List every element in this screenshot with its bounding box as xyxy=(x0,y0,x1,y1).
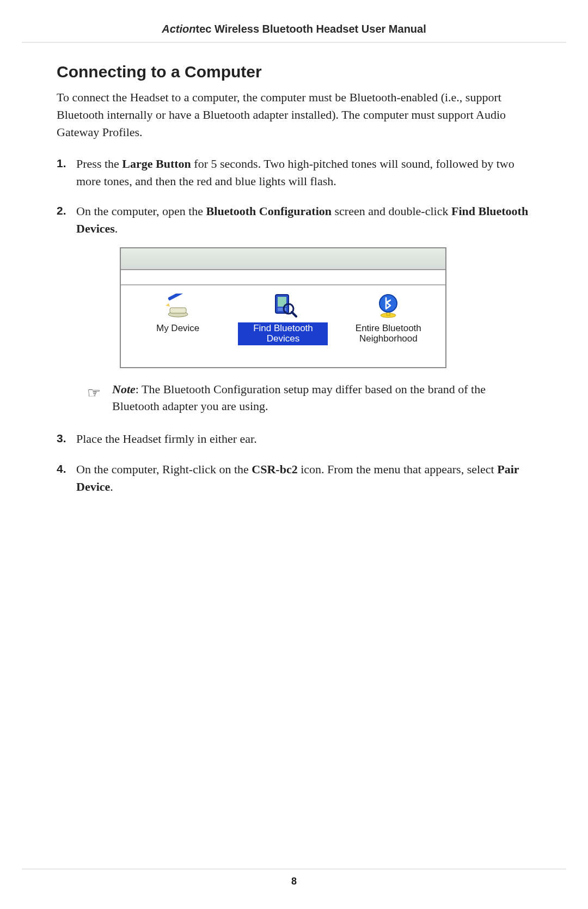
step-3: 3. Place the Headset firmly in either ea… xyxy=(76,430,536,448)
device-pen-icon xyxy=(163,292,193,319)
step-text-mid: screen and double-click xyxy=(332,204,451,218)
step-number: 2. xyxy=(57,203,66,219)
window-addressbar xyxy=(121,270,445,285)
header-title-rest: Wireless Bluetooth Headset User Manual xyxy=(211,23,426,35)
bluetooth-config-window: My Device Find Bluetooth xyxy=(120,247,446,368)
item-label: My Device xyxy=(154,322,201,335)
svg-rect-6 xyxy=(278,308,286,311)
window-body: My Device Find Bluetooth xyxy=(121,285,445,367)
note-label: Note xyxy=(112,382,136,396)
steps-list: 1. Press the Large Button for 5 seconds.… xyxy=(57,155,536,496)
step-4: 4. On the computer, Right-click on the C… xyxy=(76,461,536,496)
step-2: 2. On the computer, open the Bluetooth C… xyxy=(76,203,536,414)
step-text-pre: Press the xyxy=(76,157,122,170)
my-device-item[interactable]: My Device xyxy=(133,292,223,335)
page-number: 8 xyxy=(0,876,588,887)
note-text: Note: The Bluetooth Configuration setup … xyxy=(112,381,536,415)
step-number: 1. xyxy=(57,155,66,172)
brand-suffix: tec xyxy=(195,23,211,35)
step-bold: CSR-bc2 xyxy=(252,462,297,476)
step-text-pre: On the computer, open the xyxy=(76,204,206,218)
brand-italic: Action xyxy=(162,23,195,35)
bluetooth-globe-icon xyxy=(373,292,403,319)
item-label: Entire Bluetooth Neighborhood xyxy=(344,322,433,345)
entire-bluetooth-neighborhood-item[interactable]: Entire Bluetooth Neighborhood xyxy=(344,292,433,345)
svg-rect-2 xyxy=(168,294,183,301)
svg-marker-3 xyxy=(166,303,170,307)
pda-magnifier-icon xyxy=(268,292,298,319)
page-header: Actiontec Wireless Bluetooth Headset Use… xyxy=(0,0,588,42)
svg-line-8 xyxy=(292,312,296,316)
find-bluetooth-devices-item[interactable]: Find Bluetooth Devices xyxy=(238,292,328,345)
svg-rect-1 xyxy=(170,308,186,313)
content-area: Connecting to a Computer To connect the … xyxy=(0,63,588,496)
step-text-pre: On the computer, Right-click on the xyxy=(76,462,252,476)
pointing-hand-icon: ☞ xyxy=(87,382,112,404)
window-toolbar xyxy=(121,248,445,270)
step-1: 1. Press the Large Button for 5 seconds.… xyxy=(76,155,536,190)
note-block: ☞ Note: The Bluetooth Configuration setu… xyxy=(87,381,536,415)
step-number: 3. xyxy=(57,430,66,447)
step-text-post: . xyxy=(115,222,118,235)
step-text: Place the Headset firmly in either ear. xyxy=(76,432,257,446)
step-text-mid: icon. From the menu that appears, select xyxy=(298,462,498,476)
step-bold: Large Button xyxy=(122,157,191,170)
item-label: Find Bluetooth Devices xyxy=(238,322,328,345)
step-number: 4. xyxy=(57,461,66,477)
step-bold: Bluetooth Configuration xyxy=(206,204,332,218)
divider-top xyxy=(22,42,566,43)
intro-paragraph: To connect the Headset to a computer, th… xyxy=(57,89,536,141)
step-text-post: . xyxy=(110,480,113,493)
divider-bottom xyxy=(22,869,566,870)
note-body: : The Bluetooth Configuration setup may … xyxy=(112,382,486,413)
section-title: Connecting to a Computer xyxy=(57,63,536,81)
